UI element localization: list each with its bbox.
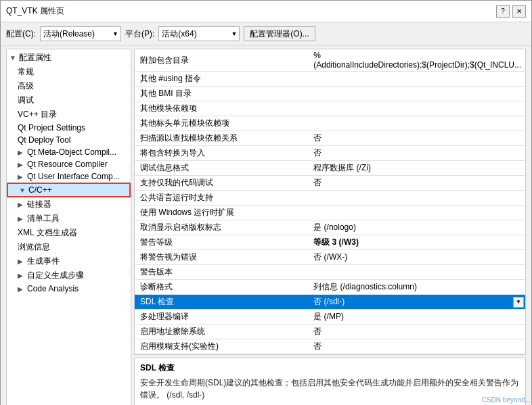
prop-label-scan_dep: 扫描源以查找模块依赖关系 (135, 131, 309, 146)
props-row-using_dir[interactable]: 其他 #using 指令 (135, 72, 525, 87)
qtresource-label: Qt Resource Compiler (27, 160, 108, 169)
cleantool-toggle-icon: ▶ (18, 215, 24, 222)
desc-title: SDL 检查 (140, 362, 520, 374)
tree-item-qtuicomp[interactable]: ▶ Qt User Interface Comp... (7, 170, 131, 183)
props-row-warning_error[interactable]: 将警告视为错误否 (/WX-) (135, 250, 525, 265)
prop-label-runtime: 公共语言运行时支持 (135, 191, 309, 206)
prop-value-suppress_logo: 是 (/nologo) (309, 220, 525, 235)
tree-root-label: 配置属性 (19, 52, 51, 64)
tree-item-buildevent[interactable]: ▶ 生成事件 (7, 254, 131, 268)
tree-item-qtproject[interactable]: Qt Project Settings (7, 122, 131, 134)
root-toggle-icon: ▼ (9, 54, 16, 62)
prop-value-debug_format: 程序数据库 (/Zi) (309, 161, 525, 176)
tree-item-vcpp[interactable]: VC++ 目录 (7, 108, 131, 122)
props-row-warning_ver[interactable]: 警告版本 (135, 265, 525, 280)
config-label: 配置(C): (6, 28, 36, 40)
tree-item-advanced[interactable]: 高级 (7, 79, 131, 93)
prop-value-addr_sanitize: 否 (309, 325, 525, 339)
help-button[interactable]: ? (496, 5, 510, 18)
cleantool-label: 清单工具 (27, 213, 60, 224)
qtmeta-toggle-icon: ▶ (18, 149, 24, 156)
debug-label: 调试 (18, 95, 34, 106)
props-row-bmi_dir[interactable]: 其他 BMI 目录 (135, 87, 525, 101)
prop-value-fuzzy_support: 否 (309, 339, 525, 354)
tree-item-qtresource[interactable]: ▶ Qt Resource Compiler (7, 158, 131, 170)
prop-value-addl_include: %(AdditionalIncludeDirectories);$(Projec… (309, 49, 525, 72)
prop-label-addr_sanitize: 启用地址擦除系统 (135, 325, 309, 339)
xmlgen-label: XML 文档生成器 (18, 227, 77, 239)
props-row-addr_sanitize[interactable]: 启用地址擦除系统否 (135, 325, 525, 339)
props-row-debug_format[interactable]: 调试信息格式程序数据库 (/Zi) (135, 161, 525, 176)
props-row-sdl_check[interactable]: SDL 检查否 (/sdl-)▼ (135, 295, 525, 310)
props-row-warning_level[interactable]: 警告等级等级 3 (/W3) (135, 235, 525, 250)
buildevent-toggle-icon: ▶ (18, 258, 24, 265)
prop-value-using_dir (309, 72, 525, 87)
prop-label-win_runtime: 使用 Windows 运行时扩展 (135, 206, 309, 220)
props-row-copy_import[interactable]: 将包含转换为导入否 (135, 146, 525, 161)
props-row-my_debug[interactable]: 支持仅我的代码调试否 (135, 176, 525, 191)
props-row-header_dep[interactable]: 其他标头单元模块依赖项 (135, 116, 525, 131)
prop-value-bmi_dir (309, 87, 525, 101)
prop-label-using_dir: 其他 #using 指令 (135, 72, 309, 87)
config-manager-button[interactable]: 配置管理器(O)... (244, 26, 315, 41)
props-row-scan_dep[interactable]: 扫描源以查找模块依赖关系否 (135, 131, 525, 146)
tree-item-xmlgen[interactable]: XML 文档生成器 (7, 226, 131, 240)
qtuicomp-toggle-icon: ▶ (18, 173, 24, 181)
codeanalysis-label: Code Analysis (27, 284, 79, 293)
props-table: 附加包含目录%(AdditionalIncludeDirectories);$(… (135, 49, 525, 354)
title-bar: QT_VTK 属性页 ? ✕ (1, 1, 531, 22)
right-panel: 附加包含目录%(AdditionalIncludeDirectories);$(… (134, 49, 526, 405)
customstep-label: 自定义生成步骤 (27, 270, 84, 281)
tree-item-general[interactable]: 常规 (7, 65, 131, 79)
prop-label-multiproc: 多处理器编译 (135, 310, 309, 325)
qtdeploy-label: Qt Deploy Tool (18, 135, 71, 145)
platform-select[interactable]: 活动(x64) (158, 26, 240, 41)
tree-item-debug[interactable]: 调试 (7, 93, 131, 108)
prop-value-scan_dep: 否 (309, 131, 525, 146)
props-row-addl_include[interactable]: 附加包含目录%(AdditionalIncludeDirectories);$(… (135, 49, 525, 72)
props-row-runtime[interactable]: 公共语言运行时支持 (135, 191, 525, 206)
tree-root[interactable]: ▼ 配置属性 (7, 51, 131, 65)
props-row-win_runtime[interactable]: 使用 Windows 运行时扩展 (135, 206, 525, 220)
prop-label-module_dep: 其他模块依赖项 (135, 101, 309, 116)
props-row-suppress_logo[interactable]: 取消显示启动版权标志是 (/nologo) (135, 220, 525, 235)
description-panel: SDL 检查 安全开发生命周期(SDL)建议的其他检查；包括启用其他安全代码生成… (134, 358, 526, 405)
close-button[interactable]: ✕ (512, 5, 526, 18)
prop-value-module_dep (309, 101, 525, 116)
browse-label: 浏览信息 (18, 241, 50, 253)
prop-label-bmi_dir: 其他 BMI 目录 (135, 87, 309, 101)
tree-item-cleantool[interactable]: ▶ 清单工具 (7, 212, 131, 226)
title-bar-buttons: ? ✕ (496, 5, 526, 18)
tree-item-cpp[interactable]: ▼ C/C++ (7, 183, 131, 197)
props-row-module_dep[interactable]: 其他模块依赖项 (135, 101, 525, 116)
tree-item-qtdeploy[interactable]: Qt Deploy Tool (7, 134, 131, 146)
prop-label-sdl_check: SDL 检查 (135, 295, 309, 310)
prop-label-addl_include: 附加包含目录 (135, 49, 309, 72)
props-row-diag_format[interactable]: 诊断格式列信息 (/diagnostics:column) (135, 280, 525, 295)
content-area: ▼ 配置属性 常规 高级 调试 VC++ 目录 Qt Project Setti… (1, 46, 531, 405)
props-row-multiproc[interactable]: 多处理器编译是 (/MP) (135, 310, 525, 325)
properties-dialog: QT_VTK 属性页 ? ✕ 配置(C): 活动(Release) ▼ 平台(P… (0, 0, 532, 405)
dropdown-arrow-sdl_check[interactable]: ▼ (513, 297, 524, 308)
cpp-toggle-icon: ▼ (19, 187, 26, 194)
qtresource-toggle-icon: ▶ (18, 161, 24, 168)
prop-value-runtime (309, 191, 525, 206)
desc-text: 安全开发生命周期(SDL)建议的其他检查；包括启用其他安全代码生成功能并启用额外… (140, 377, 520, 401)
customstep-toggle-icon: ▶ (18, 272, 24, 279)
prop-label-suppress_logo: 取消显示启动版权标志 (135, 220, 309, 235)
prop-label-debug_format: 调试信息格式 (135, 161, 309, 176)
toolbar: 配置(C): 活动(Release) ▼ 平台(P): 活动(x64) ▼ 配置… (1, 22, 531, 46)
props-row-fuzzy_support[interactable]: 启用模糊支持(实验性)否 (135, 339, 525, 354)
cpp-label: C/C++ (28, 185, 52, 195)
tree-item-customstep[interactable]: ▶ 自定义生成步骤 (7, 268, 131, 283)
tree-item-linker[interactable]: ▶ 链接器 (7, 197, 131, 212)
tree-item-qtmeta[interactable]: ▶ Qt Meta-Object Compil... (7, 146, 131, 158)
prop-value-my_debug: 否 (309, 176, 525, 191)
qtuicomp-label: Qt User Interface Comp... (27, 172, 120, 181)
tree-item-codeanalysis[interactable]: ▶ Code Analysis (7, 283, 131, 295)
prop-label-header_dep: 其他标头单元模块依赖项 (135, 116, 309, 131)
prop-value-header_dep (309, 116, 525, 131)
left-panel: ▼ 配置属性 常规 高级 调试 VC++ 目录 Qt Project Setti… (6, 49, 131, 405)
tree-item-browse[interactable]: 浏览信息 (7, 240, 131, 254)
config-select[interactable]: 活动(Release) (40, 26, 121, 41)
